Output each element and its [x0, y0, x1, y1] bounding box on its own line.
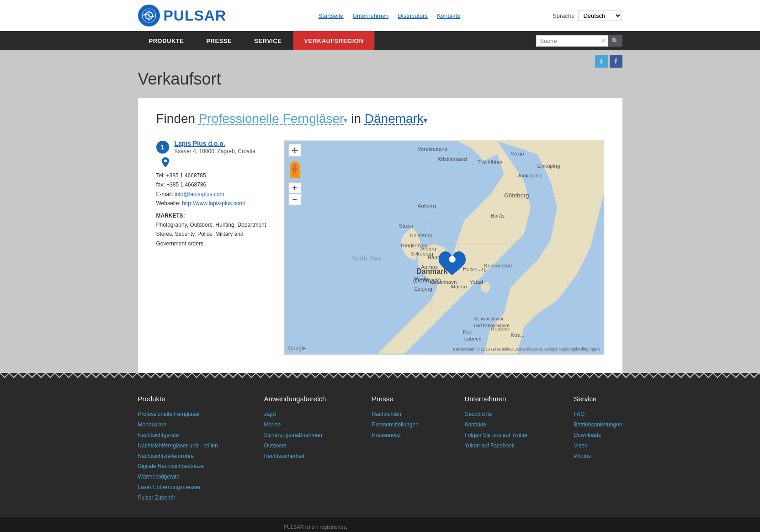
svg-text:Växjö: Växjö: [510, 150, 524, 156]
country-dropdown-arrow[interactable]: ▾: [424, 117, 427, 124]
search-button[interactable]: 🔍: [608, 35, 622, 47]
map-copyright: Kartendaten © 2013 GeoBasis-DE/BKG (©200…: [453, 347, 600, 351]
footer-link[interactable]: Photos: [574, 451, 622, 462]
svg-text:Göteborg: Göteborg: [504, 192, 529, 199]
svg-text:Rostock: Rostock: [490, 325, 510, 331]
footer-link[interactable]: Betriebsanleitungen: [574, 420, 622, 430]
search-input[interactable]: [536, 35, 609, 47]
footer-link[interactable]: Marine: [264, 420, 326, 430]
footer: Produkte Professionelle Ferngläser Monok…: [0, 381, 760, 532]
language-selector: Sprache Deutsch English: [553, 11, 622, 21]
in-label: in: [351, 112, 361, 126]
nav-produkte[interactable]: PRODUKTE: [138, 31, 196, 50]
svg-text:Kristiansand: Kristiansand: [437, 156, 467, 162]
distributor-address: Ksaver 4, 10000, Zagreb, Croatia: [175, 148, 255, 154]
footer-col-produkte: Produkte Professionelle Ferngläser Monok…: [138, 395, 218, 503]
footer-columns: Produkte Professionelle Ferngläser Monok…: [138, 395, 622, 503]
footer-link[interactable]: Jagd: [264, 409, 326, 420]
footer-link[interactable]: Nachtsichtferngläser und - brillen: [138, 441, 218, 451]
svg-text:North Sea: North Sea: [351, 255, 381, 262]
footer-link[interactable]: Yukon auf Facebook: [464, 441, 528, 451]
footer-bottom: Copyright © Pulsar-nv.com | Alle Rechte …: [0, 517, 760, 532]
find-heading: Finden Professionelle Ferngläser▾ in Dän…: [156, 112, 604, 126]
footer-link[interactable]: Sicherungsmaßnahmen: [264, 430, 326, 441]
nav-kontakte[interactable]: Kontakte: [437, 12, 460, 19]
distributor-website-link[interactable]: http://www.lapis-plus.com/: [182, 200, 245, 207]
twitter-icon[interactable]: t: [595, 55, 608, 68]
footer-link[interactable]: Pressemitteilungen: [372, 420, 419, 430]
footer-link[interactable]: Nachtsichtgeräte: [138, 430, 218, 441]
main-navigation: PRODUKTE PRESSE SERVICE VERKAUFSREGION: [138, 31, 375, 50]
svg-text:Kos...: Kos...: [510, 332, 524, 338]
facebook-icon[interactable]: f: [610, 55, 622, 68]
svg-text:Holstebro: Holstebro: [409, 232, 432, 238]
footer-link[interactable]: Rechtssicherheit: [264, 451, 326, 462]
svg-text:Esbjerg: Esbjerg: [414, 286, 432, 292]
footer-link-downloads[interactable]: Downloads: [574, 430, 622, 441]
distributor-name[interactable]: Lapis Plus d.o.o.: [175, 140, 225, 147]
footer-link[interactable]: Laser Entfernungsmesser: [138, 482, 218, 493]
product-dropdown[interactable]: Professionelle Ferngläser: [199, 112, 344, 126]
svg-text:Schwansmoor: Schwansmoor: [474, 316, 504, 321]
nav-verkaufsregion[interactable]: VERKAUFSREGION: [293, 31, 375, 50]
footer-link[interactable]: Pulsar Zubehör: [138, 493, 218, 503]
footer-col-presse: Presse Nachrichten Pressemitteilungen Pr…: [372, 395, 419, 503]
distributor-email: E-mail: info@lapis-plus.com: [156, 190, 275, 199]
footer-link[interactable]: Outdoors: [264, 441, 326, 451]
logo[interactable]: PULSAR: [138, 5, 227, 27]
nav-unternehmen[interactable]: Unternehmen: [353, 12, 389, 19]
svg-text:Linköping: Linköping: [537, 163, 560, 169]
clear-search-icon[interactable]: ✕: [601, 37, 606, 44]
nav-presse[interactable]: PRESSE: [195, 31, 243, 50]
zoom-in-button[interactable]: +: [288, 182, 301, 193]
svg-line-45: [296, 172, 296, 176]
footer-trademark: PULSAR ist ein registriertes, gesetzlich…: [284, 523, 366, 532]
distributor-section: 1 Lapis Plus d.o.o. Ksaver 4, 10000, Zag…: [156, 140, 604, 355]
distributor-email-link[interactable]: info@lapis-plus.com: [175, 191, 224, 197]
footer-link[interactable]: FAQ: [574, 409, 622, 420]
product-dropdown-arrow[interactable]: ▾: [344, 117, 347, 124]
svg-point-39: [449, 256, 456, 263]
svg-line-44: [293, 172, 294, 176]
svg-text:Struer: Struer: [399, 223, 414, 229]
map-controls: + −: [288, 144, 301, 205]
zigzag-separator: [0, 373, 760, 381]
footer-link[interactable]: Monokulare: [138, 420, 218, 430]
footer-link[interactable]: Folgen Sie uns auf Twitter: [464, 430, 528, 441]
footer-link[interactable]: Pressenotiz: [372, 430, 419, 441]
footer-link[interactable]: Wärmebildgeräte: [138, 472, 218, 482]
footer-link[interactable]: Professionelle Ferngläser: [138, 409, 218, 420]
footer-link[interactable]: Nachrichten: [372, 409, 419, 420]
map-pan-control[interactable]: [288, 144, 301, 157]
main-content: Finden Professionelle Ferngläser▾ in Dän…: [138, 98, 622, 373]
footer-link[interactable]: Video: [574, 441, 622, 451]
svg-text:Danmark: Danmark: [416, 267, 447, 275]
footer-link[interactable]: Geschichte: [464, 409, 528, 420]
footer-col-presse-heading: Presse: [372, 395, 419, 403]
zoom-out-button[interactable]: −: [288, 194, 301, 205]
svg-line-42: [292, 168, 293, 170]
footer-link[interactable]: Kontakte: [464, 420, 528, 430]
svg-text:Viborg: Viborg: [421, 245, 436, 251]
find-prefix: Finden: [156, 112, 196, 126]
svg-point-2: [164, 160, 167, 162]
footer-col-unternehmen: Unternehmen Geschichte Kontakte Folgen S…: [464, 395, 528, 503]
pegman-icon[interactable]: [290, 161, 300, 178]
map-container: Göteborg Borås Jönköping Linköping Troll…: [284, 140, 604, 355]
footer-col-unternehmen-heading: Unternehmen: [464, 395, 528, 403]
lang-dropdown[interactable]: Deutsch English: [578, 11, 622, 21]
footer-link[interactable]: Nachtsichtzielfernrohre: [138, 451, 218, 462]
nav-startseite[interactable]: Startseite: [319, 12, 344, 19]
nav-distributors[interactable]: Distributors: [398, 12, 428, 19]
svg-text:Malmö: Malmö: [451, 283, 467, 289]
svg-text:Trollhättan: Trollhättan: [477, 159, 502, 165]
nav-service[interactable]: SERVICE: [243, 31, 293, 50]
distributor-number: 1: [156, 141, 169, 154]
country-dropdown[interactable]: Dänemark: [365, 112, 424, 126]
svg-text:Jönköping: Jönköping: [517, 172, 541, 178]
svg-text:Vereknutane: Vereknutane: [417, 146, 447, 152]
top-navigation: Startseite Unternehmen Distributors Kont…: [319, 12, 461, 19]
distributor-info: 1 Lapis Plus d.o.o. Ksaver 4, 10000, Zag…: [156, 140, 275, 355]
footer-link[interactable]: Digitale Nachtsichtaufsätze: [138, 461, 218, 472]
svg-text:Borås: Borås: [490, 213, 505, 218]
